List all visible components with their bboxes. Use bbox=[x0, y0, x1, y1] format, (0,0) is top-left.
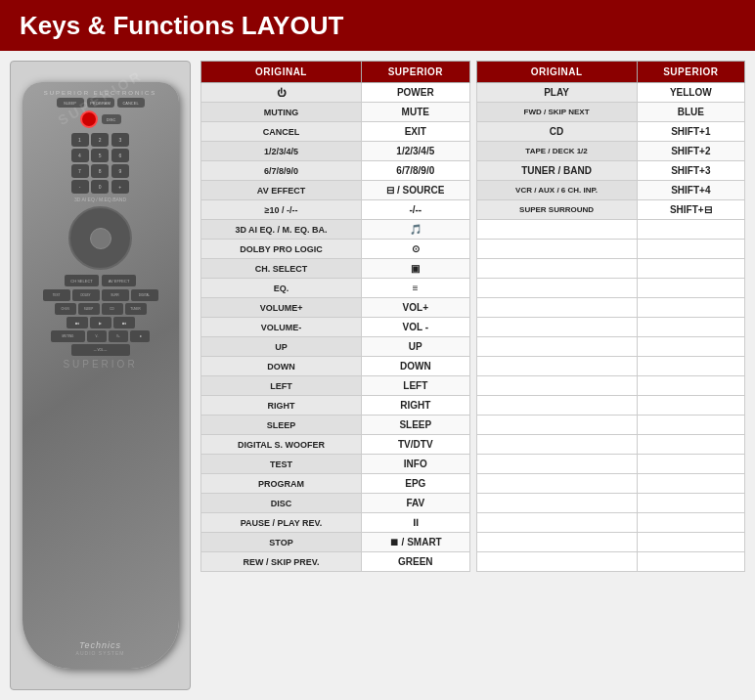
left-table-row: 3D AI EQ. / M. EQ. BA.🎵 bbox=[201, 220, 470, 240]
left-original-cell: TEST bbox=[201, 455, 362, 474]
right-original-cell: CD bbox=[476, 122, 637, 142]
left-original-cell: VOLUME+ bbox=[201, 298, 362, 318]
watermark-mid: SUPERIOR bbox=[63, 359, 137, 370]
vol-bar: — VOL — bbox=[71, 344, 130, 356]
left-superior-cell: FAV bbox=[362, 494, 469, 513]
left-superior-cell: EPG bbox=[362, 474, 469, 494]
right-superior-cell: SHIFT+4 bbox=[637, 181, 744, 200]
ch-av-row: CH SELECT AV EFFECT bbox=[65, 275, 136, 286]
left-table-row: 1/2/3/4/51/2/3/4/5 bbox=[201, 142, 470, 161]
top-buttons: SLEEP PROGRAM CANCEL bbox=[57, 98, 145, 108]
right-original-cell bbox=[476, 259, 637, 279]
left-superior-cell: ▣ bbox=[362, 259, 469, 279]
num0: 0 bbox=[91, 180, 109, 194]
remote-visual: SUPERIOR SUPERIOR ELECTRONICS SLEEP PROG… bbox=[22, 82, 179, 669]
right-table-row bbox=[476, 396, 745, 416]
right-superior-cell: SHIFT+⊟ bbox=[637, 200, 744, 220]
right-original-cell: FWD / SKIP NEXT bbox=[476, 103, 637, 122]
muting-btn: MUTING bbox=[51, 330, 85, 342]
right-superior-cell bbox=[637, 474, 744, 494]
left-superior-cell: ⊙ bbox=[362, 240, 469, 259]
left-table-row: CANCELEXIT bbox=[201, 122, 470, 142]
left-superior-cell: POWER bbox=[362, 83, 469, 103]
tables-area: ORIGINAL SUPERIOR ⏻POWERMUTINGMUTECANCEL… bbox=[200, 61, 745, 690]
left-table-row: DOLBY PRO LOGIC⊙ bbox=[201, 240, 470, 259]
left-col2-header: SUPERIOR bbox=[362, 62, 469, 83]
right-table-row: CDSHIFT+1 bbox=[476, 122, 745, 142]
left-table-row: ≥10 / -/---/-- bbox=[201, 200, 470, 220]
left-superior-cell: 6/7/8/9/0 bbox=[362, 161, 469, 181]
tuner-btn: TUNER bbox=[125, 303, 147, 315]
brand-logo: Technics AUDIO SYSTEM bbox=[76, 640, 125, 656]
brand-name: Technics bbox=[76, 640, 125, 650]
left-original-cell: REW / SKIP PREV. bbox=[201, 552, 362, 572]
right-superior-cell bbox=[637, 357, 744, 376]
left-table-row: VOLUME+VOL+ bbox=[201, 298, 470, 318]
num8: 8 bbox=[91, 164, 109, 178]
left-superior-cell: VOL+ bbox=[362, 298, 469, 318]
left-table-row: STOP⏹ / SMART bbox=[201, 533, 470, 552]
left-superior-cell: SLEEP bbox=[362, 416, 469, 435]
right-table-row bbox=[476, 240, 745, 259]
right-original-cell bbox=[476, 416, 637, 435]
left-original-cell: PAUSE / PLAY REV. bbox=[201, 513, 362, 533]
right-table-row: VCR / AUX / 6 CH. INP.SHIFT+4 bbox=[476, 181, 745, 200]
program-btn: PROGRAM bbox=[87, 98, 114, 108]
right-original-cell bbox=[476, 318, 637, 337]
left-original-cell: AV EFFECT bbox=[201, 181, 362, 200]
left-original-cell: 3D AI EQ. / M. EQ. BA. bbox=[201, 220, 362, 240]
left-table-row: TESTINFO bbox=[201, 455, 470, 474]
right-original-cell bbox=[476, 376, 637, 396]
left-original-cell: VOLUME- bbox=[201, 318, 362, 337]
brand-sub: AUDIO SYSTEM bbox=[76, 650, 125, 656]
cd-btn: CD bbox=[102, 303, 123, 315]
num1: 1 bbox=[71, 133, 89, 147]
right-original-cell bbox=[476, 279, 637, 298]
right-original-cell bbox=[476, 357, 637, 376]
left-original-cell: DOLBY PRO LOGIC bbox=[201, 240, 362, 259]
left-col1-header: ORIGINAL bbox=[201, 62, 362, 83]
cancel-btn: CANCEL bbox=[117, 98, 145, 108]
left-original-cell: STOP bbox=[201, 533, 362, 552]
func-row: TEST DOLBY SURR DIGITAL bbox=[32, 289, 169, 301]
right-original-cell bbox=[476, 240, 637, 259]
left-original-cell: SLEEP bbox=[201, 416, 362, 435]
right-original-cell bbox=[476, 220, 637, 240]
muting-row: MUTING V- V+ ⏸ bbox=[51, 330, 150, 342]
right-original-cell bbox=[476, 513, 637, 533]
fwd-btn: ⏭ bbox=[113, 317, 135, 328]
right-superior-cell bbox=[637, 435, 744, 455]
left-original-cell: DOWN bbox=[201, 357, 362, 376]
left-superior-cell: RIGHT bbox=[362, 396, 469, 416]
test-btn: TEST bbox=[43, 289, 70, 301]
left-original-cell: UP bbox=[201, 337, 362, 357]
right-table-row bbox=[476, 474, 745, 494]
right-table-row: PLAYYELLOW bbox=[476, 83, 745, 103]
left-table-row: RIGHTRIGHT bbox=[201, 396, 470, 416]
right-superior-cell bbox=[637, 533, 744, 552]
left-superior-cell: MUTE bbox=[362, 103, 469, 122]
vol-plus-btn: V+ bbox=[109, 330, 128, 342]
num6: 6 bbox=[111, 149, 129, 162]
right-table-row bbox=[476, 494, 745, 513]
right-table-row bbox=[476, 376, 745, 396]
left-original-cell: ⏻ bbox=[201, 83, 362, 103]
right-original-cell bbox=[476, 396, 637, 416]
content-area: SUPERIOR SUPERIOR ELECTRONICS SLEEP PROG… bbox=[0, 51, 755, 700]
pause-btn: ⏸ bbox=[130, 330, 150, 342]
page-title: Keys & Functions LAYOUT bbox=[20, 11, 343, 41]
remote-image-area: SUPERIOR SUPERIOR ELECTRONICS SLEEP PROG… bbox=[10, 61, 191, 690]
remote-brand-small: SUPERIOR ELECTRONICS bbox=[44, 90, 157, 96]
left-superior-cell: DOWN bbox=[362, 357, 469, 376]
left-table-row: ⏻POWER bbox=[201, 83, 470, 103]
right-table-row bbox=[476, 416, 745, 435]
right-table-row bbox=[476, 533, 745, 552]
right-superior-cell: SHIFT+3 bbox=[637, 161, 744, 181]
left-superior-cell: INFO bbox=[362, 455, 469, 474]
left-table-row: EQ.≡ bbox=[201, 279, 470, 298]
right-table-row bbox=[476, 435, 745, 455]
right-superior-cell bbox=[637, 240, 744, 259]
right-superior-cell bbox=[637, 318, 744, 337]
left-original-cell: DISC bbox=[201, 494, 362, 513]
num7: 7 bbox=[71, 164, 89, 178]
